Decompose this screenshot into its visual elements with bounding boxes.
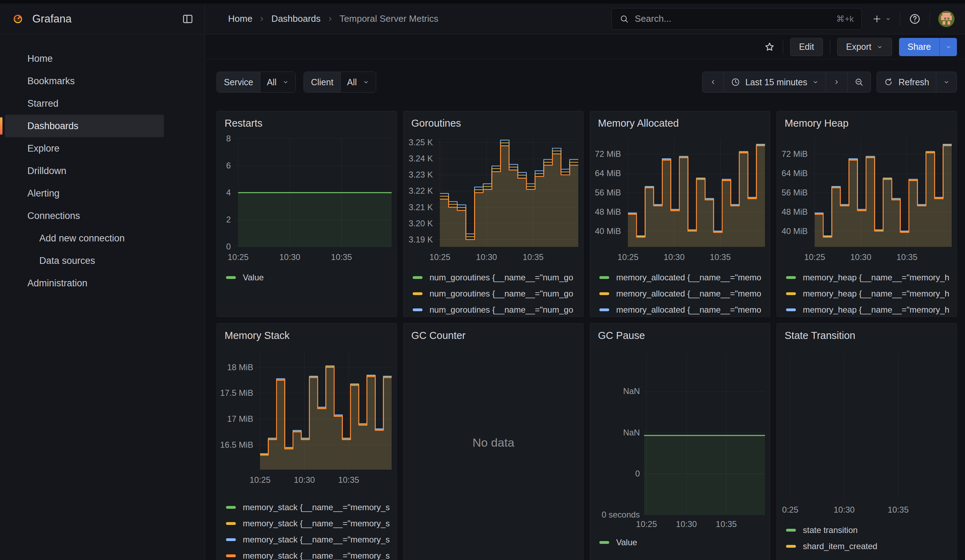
svg-text:10:25: 10:25	[618, 252, 639, 262]
sidebar-item-explore[interactable]: Explore	[5, 137, 164, 160]
clock-icon	[731, 77, 741, 87]
chart-state-transition[interactable]: 0:2510:3010:35	[777, 343, 957, 521]
refresh-label: Refresh	[898, 77, 929, 87]
svg-text:10:30: 10:30	[834, 505, 855, 514]
time-picker-group: Last 15 minutes	[702, 72, 871, 93]
service-filter[interactable]: Service All	[216, 72, 296, 93]
zoom-out-button[interactable]	[847, 72, 870, 92]
sidebar-item-connections[interactable]: Connections	[5, 204, 164, 227]
legend-item[interactable]: memory_heap {__name__="memory_h	[786, 286, 957, 302]
sidebar-item-label: Data sources	[39, 255, 95, 266]
legend-item[interactable]: num_goroutines {__name__="num_go	[413, 269, 583, 286]
legend-item[interactable]: num_goroutines {__name__="num_go	[413, 286, 583, 302]
legend: Value	[217, 268, 396, 286]
legend-item[interactable]: Value	[226, 269, 396, 286]
search-input[interactable]: Search... ⌘+k	[611, 8, 862, 30]
sidebar-item-administration[interactable]: Administration	[5, 272, 164, 294]
legend-swatch	[413, 276, 422, 279]
legend-item[interactable]: memory_allocated {__name__="memo	[599, 302, 770, 317]
svg-text:0: 0	[226, 242, 231, 251]
legend-item[interactable]: memory_heap {__name__="memory_h	[786, 269, 957, 286]
legend-swatch	[599, 276, 609, 279]
sidebar-item-label: Drilldown	[27, 166, 66, 176]
legend-item[interactable]: shard_item_created	[786, 538, 957, 554]
chevron-down-icon	[885, 16, 891, 22]
plus-icon	[872, 14, 882, 24]
panel-title[interactable]: Memory Heap	[777, 111, 957, 131]
client-filter-value[interactable]: All	[341, 72, 376, 92]
edit-button[interactable]: Edit	[790, 38, 823, 56]
export-button[interactable]: Export	[837, 38, 892, 56]
legend-item[interactable]: memory_stack {__name__="memory_s	[226, 516, 396, 532]
window-edge	[0, 0, 965, 3]
panel-title[interactable]: GC Pause	[590, 323, 770, 343]
sidebar-item-data-sources[interactable]: Data sources	[5, 250, 164, 272]
sidebar-toggle-icon[interactable]	[182, 13, 194, 25]
svg-text:10:30: 10:30	[676, 519, 697, 529]
sidebar-item-bookmarks[interactable]: Bookmarks	[5, 70, 164, 92]
sidebar-item-label: Connections	[27, 211, 80, 221]
legend-label: num_goroutines {__name__="num_go	[430, 289, 573, 299]
legend-item[interactable]: memory_stack {__name__="memory_s	[226, 499, 396, 516]
sidebar-item-label: Add new connection	[39, 233, 124, 244]
panel-title[interactable]: Memory Allocated	[590, 111, 770, 131]
time-forward-button[interactable]	[826, 72, 847, 92]
client-filter-selected: All	[347, 77, 357, 87]
sidebar-item-drilldown[interactable]: Drilldown	[5, 160, 164, 182]
chart-memory-stack[interactable]: 10:2510:3010:3518 MiB17.5 MiB17 MiB16.5 …	[217, 343, 396, 498]
legend-item[interactable]: memory_allocated {__name__="memo	[599, 286, 770, 302]
svg-text:17.5 MiB: 17.5 MiB	[220, 388, 253, 398]
legend-swatch	[226, 538, 236, 541]
panel-title[interactable]: Goroutines	[404, 111, 583, 131]
favorite-star-icon[interactable]	[763, 41, 776, 53]
export-label: Export	[846, 42, 871, 52]
sidebar-item-starred[interactable]: Starred	[5, 92, 164, 115]
help-icon[interactable]	[908, 13, 921, 25]
panel-title[interactable]: State Transition	[777, 323, 957, 343]
breadcrumb-dashboards[interactable]: Dashboards	[271, 13, 321, 24]
refresh-button[interactable]: Refresh	[877, 72, 936, 92]
service-filter-value[interactable]: All	[260, 72, 296, 92]
legend-label: num_goroutines {__name__="num_go	[430, 305, 573, 315]
share-button[interactable]: Share	[899, 38, 939, 56]
legend-item[interactable]: memory_heap {__name__="memory_h	[786, 302, 957, 317]
avatar[interactable]	[938, 11, 955, 27]
chart-memory-heap[interactable]: 10:2510:3010:3572 MiB64 MiB56 MiB48 MiB4…	[777, 131, 957, 268]
legend-swatch	[599, 292, 609, 295]
share-caret-button[interactable]	[939, 38, 957, 56]
legend-swatch	[786, 545, 796, 548]
legend-item[interactable]: state transition	[786, 522, 957, 538]
legend-item[interactable]: Value	[599, 534, 770, 550]
legend-item[interactable]: memory_allocated {__name__="memo	[599, 269, 770, 286]
sidebar-item-label: Bookmarks	[27, 76, 75, 87]
legend-item[interactable]: memory_stack {__name__="memory_s	[226, 532, 396, 548]
chart-memory-allocated[interactable]: 10:2510:3010:3572 MiB64 MiB56 MiB48 MiB4…	[590, 131, 770, 268]
time-range-label: Last 15 minutes	[745, 77, 808, 87]
sidebar-item-home[interactable]: Home	[5, 47, 164, 70]
svg-text:10:25: 10:25	[250, 475, 271, 485]
legend-item[interactable]: memory_stack {__name__="memory_s	[226, 548, 396, 560]
search-shortcut: ⌘+k	[836, 14, 854, 24]
breadcrumb-home[interactable]: Home	[228, 13, 252, 24]
legend-swatch	[599, 541, 609, 544]
chart-goroutines[interactable]: 10:2510:3010:353.25 K3.24 K3.23 K3.22 K3…	[404, 131, 583, 268]
svg-text:2: 2	[226, 215, 231, 224]
time-range-picker[interactable]: Last 15 minutes	[724, 72, 826, 92]
chart-restarts[interactable]: 10:2510:3010:3586420	[217, 131, 396, 268]
legend-item[interactable]: num_goroutines {__name__="num_go	[413, 302, 583, 317]
client-filter[interactable]: Client All	[304, 72, 376, 93]
svg-text:18 MiB: 18 MiB	[227, 362, 253, 372]
svg-text:10:30: 10:30	[279, 252, 300, 262]
time-back-button[interactable]	[703, 72, 724, 92]
panel-title[interactable]: Memory Stack	[217, 323, 396, 343]
dashboard-toolbar: Edit Export Share	[205, 35, 965, 59]
chart-gc-pause[interactable]: 10:2510:3010:35NaNNaN00 seconds	[590, 343, 770, 533]
add-menu-button[interactable]	[872, 14, 891, 24]
svg-text:NaN: NaN	[623, 428, 640, 437]
sidebar-item-dashboards[interactable]: Dashboards	[5, 115, 164, 137]
sidebar-item-alerting[interactable]: Alerting	[5, 182, 164, 204]
refresh-interval-button[interactable]	[936, 72, 957, 92]
legend-label: memory_stack {__name__="memory_s	[243, 551, 390, 560]
sidebar-item-add-new-connection[interactable]: Add new connection	[5, 227, 164, 250]
panel-title[interactable]: Restarts	[217, 111, 396, 131]
